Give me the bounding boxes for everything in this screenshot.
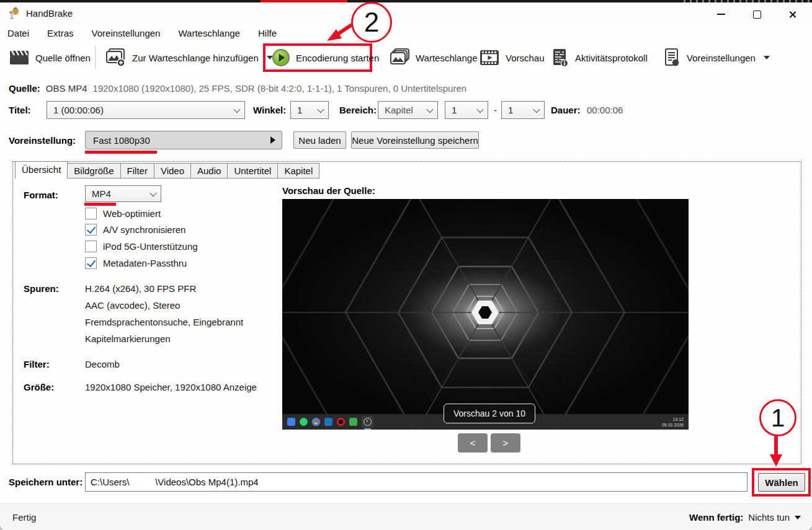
range-from-select[interactable]: 1 [445, 101, 488, 119]
preview-button[interactable]: Vorschau [479, 46, 545, 69]
range-to-value: 1 [508, 105, 513, 115]
media-app-icon [349, 418, 357, 426]
preview-header: Vorschau der Quelle: [282, 185, 375, 196]
angle-select[interactable]: 1 [290, 101, 329, 119]
chevron-down-icon [533, 105, 540, 112]
chevron-down-icon [317, 105, 324, 112]
tab-bildgroesse[interactable]: Bildgröße [68, 163, 120, 179]
when-done-control[interactable]: Wenn fertig: Nichts tun [689, 512, 801, 523]
range-separator: - [494, 105, 497, 115]
preset-label: Voreinstellung: [9, 135, 76, 146]
menu-warteschlange[interactable]: Warteschlange [178, 28, 240, 38]
track-line: Kapitelmarkierungen [85, 333, 171, 344]
close-button[interactable] [779, 6, 806, 22]
preview-prev-button[interactable]: < [458, 433, 488, 453]
web-optimized-checkbox[interactable] [85, 208, 97, 219]
range-from-value: 1 [452, 105, 457, 115]
ipod-support-label: iPod 5G-Unterstützung [103, 241, 198, 252]
menu-extras[interactable]: Extras [47, 28, 74, 38]
when-done-label: Wenn fertig: [689, 512, 743, 523]
activity-log-button[interactable]: Aktivitätsprotokoll [551, 46, 648, 69]
tab-strip: Übersicht Bildgröße Filter Video Audio U… [15, 161, 319, 179]
taskbar-date: 05.02.2026 [662, 422, 684, 428]
source-details: 1920x1080 (1920x1080), 25 FPS, SDR (8-bi… [93, 83, 467, 94]
duration-value: 00:00:06 [587, 105, 623, 115]
open-source-button[interactable]: Quelle öffnen [9, 46, 91, 69]
maximize-button[interactable] [743, 6, 770, 22]
tab-filter[interactable]: Filter [121, 163, 154, 179]
minimize-button[interactable] [707, 6, 734, 22]
clock-app-icon [362, 416, 373, 428]
range-label: Bereich: [339, 105, 377, 115]
presets-dropdown-icon[interactable] [764, 56, 770, 60]
menu-datei[interactable]: Datei [7, 28, 29, 38]
chevron-down-icon [233, 105, 240, 112]
track-line: AAC (avcodec), Stereo [85, 300, 180, 311]
format-select-value: MP4 [92, 188, 111, 199]
maximize-icon [753, 11, 761, 19]
close-icon [788, 11, 796, 19]
menu-voreinstellungen[interactable]: Voreinstellungen [92, 28, 161, 38]
chevron-right-icon [270, 136, 275, 144]
title-select-value: 1 (00:00:06) [53, 105, 104, 115]
metadata-passthru-checkbox[interactable] [85, 257, 97, 269]
metadata-passthru-label: Metadaten-Passthru [103, 258, 187, 268]
queue-label: Warteschlange [416, 53, 478, 63]
annotation-step-1: 1 [759, 399, 796, 436]
start-encode-label: Encodierung starten [296, 53, 379, 63]
chrome-icon [312, 418, 320, 426]
format-select[interactable]: MP4 [85, 185, 161, 202]
range-to-select[interactable]: 1 [501, 101, 545, 119]
status-bar: Fertig Wenn fertig: Nichts tun [0, 503, 812, 530]
whatsapp-icon [300, 418, 308, 426]
save-new-preset-label: Neue Voreinstellung speichern [352, 135, 478, 146]
tab-audio[interactable]: Audio [191, 163, 228, 179]
presets-label: Voreinstellungen [687, 53, 756, 63]
queue-icon [389, 48, 410, 68]
annotation-step-1-number: 1 [771, 404, 785, 432]
tab-video[interactable]: Video [154, 163, 191, 179]
filter-label: Filter: [24, 359, 50, 369]
presets-icon [663, 48, 681, 68]
title-label: Titel: [9, 105, 31, 115]
save-path-input[interactable] [85, 472, 747, 492]
presets-button[interactable]: Voreinstellungen [663, 46, 770, 69]
windows-icon [287, 418, 295, 426]
save-new-preset-button[interactable]: Neue Voreinstellung speichern [351, 131, 479, 149]
annotation-underline-preset [85, 151, 157, 154]
preview-counter-overlay: Vorschau 2 von 10 [444, 404, 535, 423]
reload-preset-button[interactable]: Neu laden [293, 131, 346, 149]
start-encode-button[interactable]: Encodierung starten [272, 46, 379, 69]
source-preview-image: 13:12 05.02.2026 [282, 199, 689, 430]
duration-label: Dauer: [551, 105, 581, 115]
annotation-step-2-number: 2 [364, 7, 379, 38]
reload-preset-label: Neu laden [298, 135, 341, 146]
title-select[interactable]: 1 (00:00:06) [47, 101, 245, 119]
preview-counter-text: Vorschau 2 von 10 [453, 409, 525, 418]
menu-hilfe[interactable]: Hilfe [258, 28, 277, 38]
track-line: H.264 (x264), 30 FPS PFR [85, 283, 196, 294]
handbrake-window: HandBrake Datei Extras Voreinstellungen … [0, 0, 812, 530]
clapperboard-icon [9, 48, 30, 68]
ipod-support-checkbox[interactable] [85, 241, 97, 252]
tracks-label: Spuren: [24, 283, 59, 294]
queue-button[interactable]: Warteschlange [389, 46, 478, 69]
preview-next-button[interactable]: > [491, 433, 520, 453]
tab-uebersicht[interactable]: Übersicht [15, 161, 68, 179]
chevron-right-icon: > [503, 438, 509, 448]
menu-bar: Datei Extras Voreinstellungen Warteschla… [0, 24, 812, 42]
add-to-queue-icon [104, 48, 127, 68]
preset-select[interactable]: Fast 1080p30 [85, 131, 282, 149]
source-name: OBS MP4 [46, 83, 87, 94]
chevron-down-icon [426, 105, 433, 112]
av-sync-label: A/V synchronisieren [103, 224, 185, 235]
tab-untertitel[interactable]: Untertitel [228, 163, 278, 179]
handbrake-app-icon [7, 7, 20, 19]
av-sync-checkbox[interactable] [85, 224, 97, 236]
tab-kapitel[interactable]: Kapitel [278, 163, 319, 179]
when-done-value: Nichts tun [748, 512, 790, 523]
preview-taskbar-icons [287, 416, 373, 428]
range-type-select[interactable]: Kapitel [378, 101, 438, 119]
toolbar-separator [95, 46, 96, 69]
add-to-queue-button[interactable]: Zur Warteschlange hinzufügen [104, 46, 273, 69]
